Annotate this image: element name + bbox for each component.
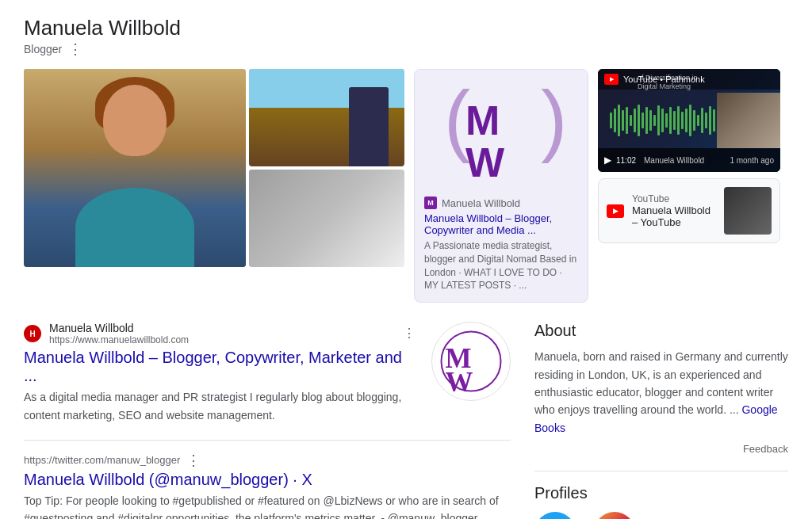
result-1-desc: As a digital media manager and PR strate… — [24, 388, 416, 424]
result-1-title[interactable]: Manuela Willbold – Blogger, Copywriter, … — [24, 349, 416, 385]
play-button-icon[interactable]: ▶ — [604, 155, 611, 166]
video-play-bar: ▶ 11:02 Manuela Willbold 1 month ago — [598, 148, 780, 172]
search-result-1: H Manuela Willbold https://www.manuelawi… — [24, 322, 511, 424]
result-2-snippet: Top Tip: For people looking to #getpubli… — [24, 492, 511, 519]
profile-instagram[interactable]: Instagram — [592, 512, 638, 519]
result-1-source: H Manuela Willbold https://www.manuelawi… — [24, 322, 416, 345]
result-1-site-name: Manuela Willbold — [49, 322, 189, 334]
search-results: H Manuela Willbold https://www.manuelawi… — [24, 322, 511, 519]
youtube-channel-title: Manuela Willbold – YouTube — [632, 204, 716, 228]
svg-rect-18 — [665, 113, 668, 128]
mw-logo-card[interactable]: ( ) M W M Manuela Willbold Manuela Willb… — [414, 69, 588, 303]
mw-logo: ( ) M W — [424, 79, 578, 190]
svg-rect-8 — [626, 107, 628, 134]
mw-favicon: M — [424, 197, 437, 209]
svg-text:W: W — [465, 139, 505, 185]
svg-rect-29 — [709, 106, 711, 135]
youtube-channel-label: YouTube — [632, 193, 716, 204]
svg-rect-30 — [713, 109, 715, 132]
svg-rect-11 — [638, 105, 640, 136]
youtube-channel-info: YouTube Manuela Willbold – YouTube — [632, 193, 716, 228]
youtube-channel-photo — [724, 187, 772, 235]
more-options-icon[interactable]: ⋮ — [68, 42, 82, 56]
svg-rect-24 — [689, 105, 691, 136]
result-1-site-info: Manuela Willbold https://www.manuelawill… — [49, 322, 189, 345]
mw-card-source: M Manuela Willbold — [424, 197, 578, 209]
svg-text:M: M — [465, 97, 500, 143]
youtube-section: YouTube • Pathmonk — [598, 69, 780, 243]
mw-source-name: Manuela Willbold — [442, 197, 520, 209]
result-2-url: https://twitter.com/manuw_blogger — [24, 454, 180, 466]
result-logo-svg: M W — [439, 330, 503, 393]
youtube-channel-card[interactable]: YouTube Manuela Willbold – YouTube — [598, 178, 780, 243]
photo-portrait-2[interactable]: ⛶ — [249, 170, 404, 267]
result-2-title[interactable]: Manuela Willbold (@manuw_blogger) · X — [24, 471, 511, 489]
result-1-favicon: H — [24, 325, 41, 342]
video-speaker-name: Manuela Willbold — [641, 156, 725, 165]
profiles-grid: Twitter Instagram — [534, 512, 788, 519]
svg-rect-7 — [622, 110, 624, 131]
svg-rect-4 — [610, 113, 612, 128]
svg-rect-25 — [693, 110, 695, 131]
video-time-ago: 1 month ago — [730, 156, 774, 165]
about-text: Manuela, born and raised in Germany and … — [534, 348, 788, 437]
svg-rect-19 — [669, 107, 672, 134]
youtube-channel-icon — [607, 204, 624, 218]
main-photo[interactable]: SeekaHost — [24, 69, 246, 267]
feedback-link[interactable]: Feedback — [534, 443, 788, 455]
svg-rect-6 — [618, 105, 620, 136]
svg-rect-14 — [649, 110, 652, 131]
twitter-icon-circle — [534, 512, 576, 519]
svg-rect-26 — [697, 115, 699, 126]
youtube-icon-medium — [607, 204, 624, 218]
youtube-video-card[interactable]: YouTube • Pathmonk — [598, 69, 780, 172]
profiles-title: Profiles — [534, 484, 788, 502]
profile-twitter[interactable]: Twitter — [534, 512, 576, 519]
svg-rect-21 — [677, 106, 680, 135]
video-time: 11:02 — [616, 156, 636, 165]
result-2-url-line: https://twitter.com/manuw_blogger ⋮ — [24, 453, 511, 467]
result-1-url: https://www.manuelawillbold.com — [49, 334, 189, 345]
svg-rect-28 — [705, 113, 707, 128]
svg-rect-9 — [630, 115, 632, 126]
result-1-logo: M W — [431, 322, 511, 401]
result-2-more-icon[interactable]: ⋮ — [186, 453, 201, 467]
person-name: Manuela Willbold — [24, 16, 788, 40]
svg-rect-5 — [614, 109, 616, 132]
instagram-icon-circle — [594, 512, 635, 519]
results-divider — [24, 440, 511, 441]
sidebar-divider — [534, 471, 788, 471]
svg-text:W: W — [446, 367, 473, 394]
mw-card-desc: A Passionate media strategist, blogger a… — [424, 239, 578, 292]
about-title: About — [534, 322, 788, 340]
mw-card-title[interactable]: Manuela Willbold – Blogger, Copywriter a… — [424, 212, 578, 236]
svg-rect-20 — [673, 111, 676, 130]
about-section: About Manuela, born and raised in German… — [534, 322, 788, 455]
youtube-icon-small — [604, 74, 619, 85]
svg-rect-15 — [653, 115, 656, 126]
result-1-with-logo: H Manuela Willbold https://www.manuelawi… — [24, 322, 511, 424]
photo-london[interactable] — [249, 69, 404, 166]
svg-rect-27 — [701, 108, 703, 133]
svg-rect-12 — [642, 113, 644, 128]
profiles-section: Profiles Twitter — [534, 484, 788, 519]
video-badge-text: of Diversification in Digital Marketing — [638, 74, 709, 91]
svg-rect-17 — [661, 109, 664, 132]
result-1-text: H Manuela Willbold https://www.manuelawi… — [24, 322, 416, 424]
svg-rect-16 — [657, 105, 660, 135]
person-role: Blogger — [24, 43, 62, 55]
mw-svg: ( ) M W — [438, 83, 565, 186]
svg-rect-10 — [634, 109, 636, 132]
right-sidebar: About Manuela, born and raised in German… — [534, 322, 788, 519]
svg-rect-23 — [685, 109, 688, 132]
search-result-2: https://twitter.com/manuw_blogger ⋮ Manu… — [24, 453, 511, 519]
svg-text:): ) — [541, 83, 565, 163]
result-1-more-icon[interactable]: ⋮ — [403, 327, 416, 340]
svg-rect-22 — [681, 112, 684, 129]
svg-rect-13 — [645, 107, 648, 134]
